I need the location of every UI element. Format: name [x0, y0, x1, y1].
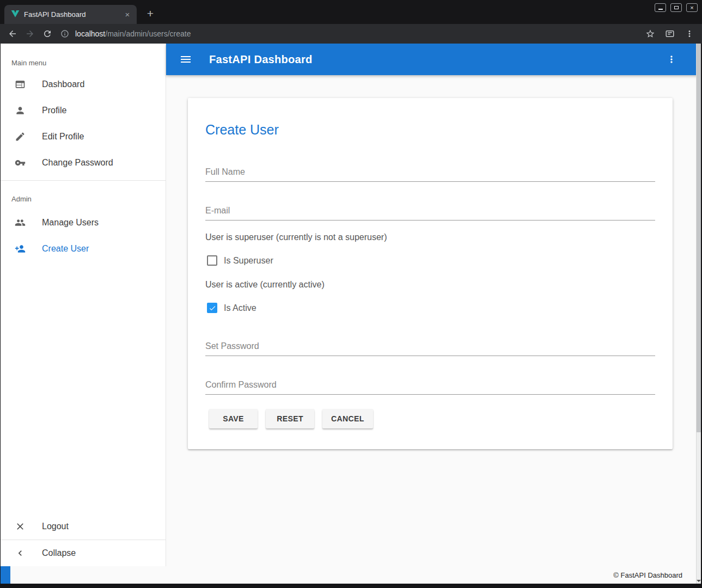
scrollbar-down-arrow-icon[interactable] — [697, 580, 701, 582]
sidebar-section-main-label: Main menu — [11, 59, 155, 67]
page-scrollbar[interactable] — [696, 44, 701, 584]
sidebar-spacer — [1, 262, 166, 513]
page-content: Create User User is superuser (currently… — [166, 75, 701, 566]
people-icon — [14, 216, 27, 229]
sidebar-item-dashboard[interactable]: Dashboard — [1, 71, 166, 97]
email-input[interactable] — [205, 205, 655, 220]
sidebar-item-label: Dashboard — [42, 79, 84, 89]
appbar-kebab-icon[interactable] — [666, 54, 677, 65]
appbar-title: FastAPI Dashboard — [209, 53, 313, 66]
dashboard-icon — [14, 78, 27, 91]
create-user-card: Create User User is superuser (currently… — [188, 98, 673, 449]
vuetify-favicon-icon — [11, 9, 20, 20]
pencil-icon — [14, 130, 27, 143]
page-title: Create User — [205, 122, 655, 138]
address-bar[interactable]: localhost/main/admin/users/create — [75, 29, 636, 38]
set-password-input[interactable] — [205, 340, 655, 356]
hamburger-menu-icon[interactable] — [179, 53, 192, 66]
sidebar-divider — [1, 180, 166, 181]
web-page: Main menu Dashboard Profile — [1, 44, 701, 584]
url-path: /main/admin/users/create — [105, 29, 191, 38]
key-icon — [14, 156, 27, 169]
set-password-field — [205, 340, 655, 356]
sidebar-item-label: Edit Profile — [42, 132, 84, 142]
footer-copyright: © FastAPI Dashboard — [613, 571, 701, 579]
sidebar-item-label: Profile — [42, 106, 66, 115]
browser-menu-kebab-icon[interactable] — [685, 29, 694, 39]
sidebar-item-change-password[interactable]: Change Password — [1, 150, 166, 176]
sidebar: Main menu Dashboard Profile — [1, 44, 166, 566]
browser-tab-bar: FastAPI Dashboard × + × — [0, 0, 702, 24]
is-active-label: Is Active — [224, 303, 257, 313]
is-active-checkbox[interactable]: Is Active — [207, 303, 655, 313]
forward-icon[interactable] — [25, 29, 35, 39]
browser-toolbar: localhost/main/admin/users/create — [0, 24, 702, 44]
bookmark-star-icon[interactable] — [645, 29, 655, 39]
browser-window: FastAPI Dashboard × + × localhost/main/a… — [0, 0, 702, 588]
save-button[interactable]: SAVE — [209, 409, 258, 428]
back-icon[interactable] — [8, 29, 17, 39]
sidebar-item-label: Change Password — [42, 158, 113, 168]
confirm-password-field — [205, 379, 655, 395]
window-controls: × — [655, 3, 698, 12]
main-area: FastAPI Dashboard Create User — [166, 44, 701, 566]
new-tab-button[interactable]: + — [143, 7, 157, 21]
toolbar-right-icons — [636, 29, 694, 39]
footer-accent-block — [1, 566, 10, 584]
close-icon — [14, 520, 27, 533]
tab-title: FastAPI Dashboard — [24, 10, 118, 19]
window-maximize-button[interactable] — [670, 3, 682, 12]
checkbox-unchecked-icon — [207, 255, 217, 266]
url-host: localhost — [75, 29, 105, 38]
email-field — [205, 205, 655, 220]
active-hint: User is active (currently active) — [205, 280, 655, 290]
maximize-icon — [674, 6, 679, 9]
sidebar-item-label: Logout — [42, 522, 69, 531]
window-minimize-button[interactable] — [655, 3, 666, 12]
scrollbar-thumb[interactable] — [697, 44, 701, 432]
checkbox-checked-icon — [207, 303, 217, 313]
cancel-button[interactable]: CANCEL — [322, 409, 373, 428]
reload-icon[interactable] — [42, 29, 52, 39]
tab-close-icon[interactable]: × — [123, 10, 132, 20]
person-icon — [14, 104, 27, 117]
sidebar-item-create-user[interactable]: Create User — [1, 236, 166, 262]
app-bar: FastAPI Dashboard — [166, 44, 701, 75]
sidebar-section-admin-label: Admin — [11, 195, 155, 203]
sidebar-item-label: Manage Users — [42, 218, 99, 228]
confirm-password-input[interactable] — [205, 379, 655, 395]
site-info-icon[interactable] — [60, 29, 70, 39]
sidebar-item-label: Create User — [42, 244, 89, 254]
browser-tab[interactable]: FastAPI Dashboard × — [4, 5, 137, 24]
superuser-hint: User is superuser (currently is not a su… — [205, 232, 655, 242]
chevron-left-icon — [14, 547, 27, 560]
minimize-icon — [658, 9, 663, 10]
window-close-button[interactable]: × — [686, 3, 698, 12]
browser-extra-icon[interactable] — [665, 29, 675, 39]
sidebar-item-collapse[interactable]: Collapse — [1, 540, 166, 566]
full-name-field — [205, 166, 655, 182]
reset-button[interactable]: RESET — [266, 409, 314, 428]
sidebar-item-manage-users[interactable]: Manage Users — [1, 210, 166, 236]
person-add-icon — [14, 242, 27, 255]
is-superuser-checkbox[interactable]: Is Superuser — [207, 255, 655, 266]
full-name-input[interactable] — [205, 166, 655, 182]
page-footer: © FastAPI Dashboard — [1, 566, 701, 584]
sidebar-item-edit-profile[interactable]: Edit Profile — [1, 124, 166, 150]
sidebar-item-profile[interactable]: Profile — [1, 97, 166, 124]
sidebar-item-logout[interactable]: Logout — [1, 513, 166, 540]
is-superuser-label: Is Superuser — [224, 256, 273, 266]
form-actions: SAVE RESET CANCEL — [209, 409, 655, 428]
sidebar-item-label: Collapse — [42, 548, 76, 558]
